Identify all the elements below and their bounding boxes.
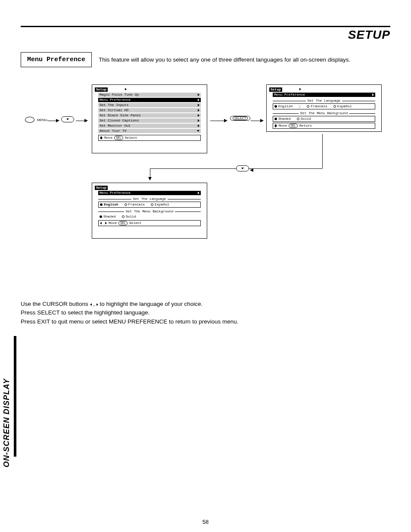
triangle-right-icon: [198, 109, 199, 112]
osd-menu-preference-screen-active: Setup Menu Preference Set The Language E…: [92, 183, 207, 239]
screen-title: Setup: [95, 87, 108, 92]
instruction-line: Press EXIT to quit menu or select MENU P…: [21, 317, 390, 326]
hint-move: Move: [104, 136, 112, 140]
sel-pill-icon: SEL: [118, 221, 128, 225]
page-number: 58: [0, 519, 411, 525]
screen-title: Setup: [95, 186, 108, 190]
side-tab-bar: [14, 336, 16, 457]
triangle-right-icon: [198, 192, 199, 194]
triangle-right-icon: [198, 104, 199, 106]
menu-item: Set Black Side Panel: [98, 113, 201, 118]
menu-item: Set Closed Captions: [98, 118, 201, 123]
radio-selected-icon: [274, 118, 277, 120]
radio-icon: [125, 203, 127, 206]
radio-icon: [333, 105, 336, 108]
diagram: MENU Setup Magic Focus Tune Up Menu Pref…: [21, 84, 390, 265]
background-options: Shaded Solid: [273, 116, 375, 122]
menu-item: Magic Focus Tune Up: [98, 93, 201, 97]
arrow-icon: [251, 119, 264, 122]
menu-subtitle: Menu Preference: [98, 191, 201, 195]
cursor-down-icon: [61, 116, 74, 122]
hint-select: Select: [125, 136, 137, 140]
menu-button-icon: [25, 117, 34, 123]
arrow-icon: [248, 168, 253, 172]
triangle-right-icon: [198, 114, 199, 117]
radio-icon: [122, 215, 125, 218]
radio-option: Shaded: [274, 117, 291, 121]
cursor-down-icon: [236, 165, 249, 171]
triangle-right-icon: [198, 99, 199, 101]
menu-button-graphic: MENU: [25, 117, 47, 123]
triangle-right-icon: [372, 93, 374, 96]
select-button-icon: SELECT: [230, 116, 250, 121]
group-label: Set The Language: [133, 197, 166, 201]
feature-description: This feature will allow you to select an…: [99, 56, 350, 63]
group-background: Set The Menu Background Shaded Solid: [273, 110, 375, 122]
page-title: SETUP: [21, 28, 390, 42]
osd-menu-preference-screen: Setup Menu Preference Set The Language E…: [266, 84, 382, 132]
group-label: Set The Menu Background: [126, 209, 173, 214]
sel-pill-icon: SEL: [114, 136, 123, 140]
arrow-icon: [76, 119, 88, 122]
radio-option: Español: [333, 104, 352, 109]
background-options: Shaded Solid: [98, 214, 201, 219]
updown-icon: [100, 136, 103, 140]
menu-item-selected: Menu Preference: [98, 98, 201, 102]
group-label: Set The Menu Background: [300, 111, 348, 115]
radio-icon: [151, 203, 153, 206]
hint-return: Return: [299, 124, 312, 128]
group-background: Set The Menu Background Shaded Solid: [98, 208, 201, 219]
connector-line: [150, 168, 150, 177]
radio-icon: [297, 118, 299, 120]
radio-option: Solid: [122, 215, 136, 219]
language-options: English; Francais Español: [273, 103, 375, 109]
language-options: English Francais Español: [98, 202, 201, 208]
menu-item: Set The Inputs: [98, 103, 201, 107]
hint-move: Move: [109, 221, 117, 225]
menu-subtitle: Menu Preference: [273, 93, 375, 97]
menu-item: Set Monitor Out: [98, 124, 201, 128]
radio-option: English: [100, 202, 118, 207]
sel-pill-icon: SEL: [289, 124, 298, 128]
radio-option: Francais: [307, 104, 327, 109]
radio-selected-icon: [274, 105, 277, 108]
radio-option: Francais: [125, 202, 145, 207]
instruction-line: Use the CURSOR buttons , to highlight th…: [21, 300, 390, 308]
radio-icon: [307, 105, 309, 108]
select-button-label: SELECT: [233, 116, 248, 120]
menu-button-label: MENU: [37, 118, 47, 122]
updown-icon: [274, 124, 277, 128]
triangle-right-icon: [299, 88, 301, 90]
feature-row: Menu Preference This feature will allow …: [21, 52, 390, 67]
radio-option: English: [274, 104, 293, 109]
instructions: Use the CURSOR buttons , to highlight th…: [21, 300, 390, 326]
triangle-down-icon: [197, 130, 199, 132]
arrow-down-icon: [148, 177, 152, 180]
screen-title: Setup: [269, 87, 282, 92]
hint-select: Select: [129, 221, 142, 225]
arrow-icon: [47, 119, 59, 122]
radio-option: Español: [151, 202, 169, 207]
group-language: Set The Language English Francais Españo…: [98, 196, 201, 208]
triangle-right-icon: [198, 93, 199, 96]
feature-label-box: Menu Preference: [21, 52, 92, 67]
group-label: Set The Language: [308, 99, 341, 103]
hint-move: Move: [279, 124, 287, 128]
radio-option: Shaded: [100, 215, 116, 219]
side-tab-label: ON-SCREEN DISPLAY: [2, 378, 11, 467]
header-rule: [21, 26, 390, 27]
triangle-right-icon: [198, 124, 199, 127]
page: SETUP Menu Preference This feature will …: [0, 0, 411, 532]
menu-item: Set Virtual HD: [98, 108, 201, 112]
connector-line: [322, 134, 323, 168]
radio-option: Solid: [297, 117, 311, 121]
triangle-right-icon: [125, 88, 127, 90]
nav-hint: Move SEL Select: [98, 220, 201, 226]
instruction-line: Press SELECT to select the highlighted l…: [21, 308, 390, 317]
nav-hint: Move SEL Return: [273, 123, 375, 129]
arrow-icon: [210, 119, 227, 122]
radio-selected-icon: [100, 203, 103, 206]
group-language: Set The Language English; Francais Españ…: [273, 98, 375, 109]
leftright-icon: [100, 222, 107, 224]
nav-hint: Move SEL Select: [98, 135, 201, 141]
